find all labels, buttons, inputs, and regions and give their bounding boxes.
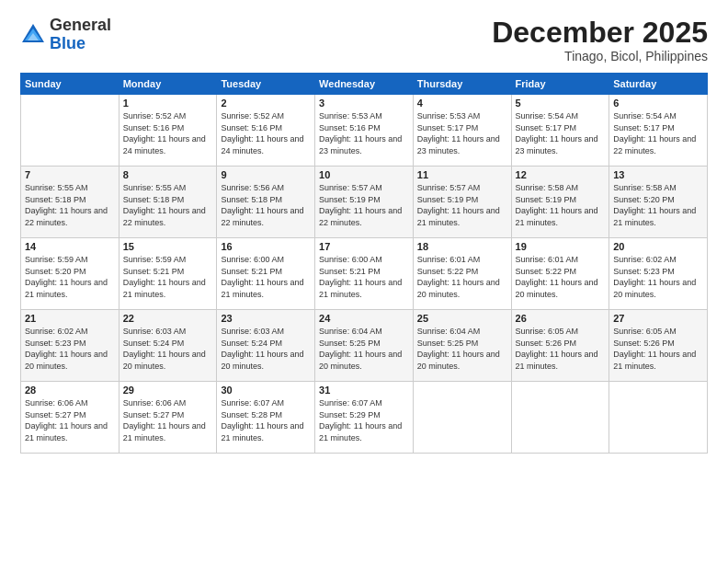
- table-row: 20Sunrise: 6:02 AM Sunset: 5:23 PM Dayli…: [609, 238, 708, 310]
- day-info: Sunrise: 5:53 AM Sunset: 5:17 PM Dayligh…: [417, 110, 507, 156]
- header: General Blue December 2025 Tinago, Bicol…: [20, 17, 708, 63]
- table-row: 8Sunrise: 5:55 AM Sunset: 5:18 PM Daylig…: [119, 167, 217, 238]
- logo: General Blue: [20, 17, 111, 53]
- day-number: 25: [417, 313, 507, 324]
- day-number: 15: [123, 241, 213, 252]
- day-info: Sunrise: 6:02 AM Sunset: 5:23 PM Dayligh…: [613, 254, 703, 300]
- col-friday: Friday: [511, 74, 609, 95]
- day-info: Sunrise: 6:04 AM Sunset: 5:25 PM Dayligh…: [417, 326, 507, 372]
- table-row: 29Sunrise: 6:06 AM Sunset: 5:27 PM Dayli…: [119, 382, 217, 454]
- day-info: Sunrise: 6:00 AM Sunset: 5:21 PM Dayligh…: [221, 254, 311, 300]
- table-row: 6Sunrise: 5:54 AM Sunset: 5:17 PM Daylig…: [609, 95, 708, 167]
- day-number: 31: [319, 385, 409, 396]
- day-number: 22: [123, 313, 213, 324]
- table-row: 14Sunrise: 5:59 AM Sunset: 5:20 PM Dayli…: [21, 238, 119, 310]
- table-row: 16Sunrise: 6:00 AM Sunset: 5:21 PM Dayli…: [217, 238, 315, 310]
- day-info: Sunrise: 6:06 AM Sunset: 5:27 PM Dayligh…: [25, 397, 115, 443]
- day-info: Sunrise: 6:03 AM Sunset: 5:24 PM Dayligh…: [221, 326, 311, 372]
- table-row: [413, 382, 511, 454]
- day-number: 3: [319, 98, 409, 109]
- calendar-week-row: 1Sunrise: 5:52 AM Sunset: 5:16 PM Daylig…: [21, 95, 708, 167]
- location: Tinago, Bicol, Philippines: [492, 49, 708, 63]
- day-info: Sunrise: 5:59 AM Sunset: 5:21 PM Dayligh…: [123, 254, 213, 300]
- day-number: 1: [123, 98, 213, 109]
- calendar-week-row: 28Sunrise: 6:06 AM Sunset: 5:27 PM Dayli…: [21, 382, 708, 454]
- day-info: Sunrise: 6:03 AM Sunset: 5:24 PM Dayligh…: [123, 326, 213, 372]
- day-info: Sunrise: 6:01 AM Sunset: 5:22 PM Dayligh…: [417, 254, 507, 300]
- title-block: December 2025 Tinago, Bicol, Philippines: [492, 17, 708, 63]
- day-info: Sunrise: 6:05 AM Sunset: 5:26 PM Dayligh…: [516, 326, 606, 372]
- table-row: 17Sunrise: 6:00 AM Sunset: 5:21 PM Dayli…: [315, 238, 414, 310]
- calendar-week-row: 7Sunrise: 5:55 AM Sunset: 5:18 PM Daylig…: [21, 167, 708, 238]
- day-number: 5: [516, 98, 606, 109]
- table-row: 28Sunrise: 6:06 AM Sunset: 5:27 PM Dayli…: [21, 382, 119, 454]
- table-row: 23Sunrise: 6:03 AM Sunset: 5:24 PM Dayli…: [217, 310, 315, 382]
- day-number: 9: [221, 169, 311, 180]
- day-info: Sunrise: 5:52 AM Sunset: 5:16 PM Dayligh…: [221, 110, 311, 156]
- day-number: 12: [516, 169, 606, 180]
- table-row: 13Sunrise: 5:58 AM Sunset: 5:20 PM Dayli…: [609, 167, 708, 238]
- day-number: 19: [516, 241, 606, 252]
- calendar-week-row: 14Sunrise: 5:59 AM Sunset: 5:20 PM Dayli…: [21, 238, 708, 310]
- table-row: 1Sunrise: 5:52 AM Sunset: 5:16 PM Daylig…: [119, 95, 217, 167]
- day-number: 17: [319, 241, 409, 252]
- day-info: Sunrise: 5:54 AM Sunset: 5:17 PM Dayligh…: [516, 110, 606, 156]
- table-row: 31Sunrise: 6:07 AM Sunset: 5:29 PM Dayli…: [315, 382, 414, 454]
- day-info: Sunrise: 6:00 AM Sunset: 5:21 PM Dayligh…: [319, 254, 409, 300]
- day-number: 2: [221, 98, 311, 109]
- day-number: 14: [25, 241, 115, 252]
- col-saturday: Saturday: [609, 74, 708, 95]
- day-info: Sunrise: 5:54 AM Sunset: 5:17 PM Dayligh…: [613, 110, 703, 156]
- logo-blue-text: Blue: [50, 34, 85, 52]
- day-info: Sunrise: 6:02 AM Sunset: 5:23 PM Dayligh…: [25, 326, 115, 372]
- day-info: Sunrise: 6:05 AM Sunset: 5:26 PM Dayligh…: [613, 326, 703, 372]
- day-number: 4: [417, 98, 507, 109]
- logo-icon: [20, 22, 46, 48]
- day-number: 18: [417, 241, 507, 252]
- day-info: Sunrise: 6:04 AM Sunset: 5:25 PM Dayligh…: [319, 326, 409, 372]
- table-row: 15Sunrise: 5:59 AM Sunset: 5:21 PM Dayli…: [119, 238, 217, 310]
- table-row: 12Sunrise: 5:58 AM Sunset: 5:19 PM Dayli…: [511, 167, 609, 238]
- calendar-week-row: 21Sunrise: 6:02 AM Sunset: 5:23 PM Dayli…: [21, 310, 708, 382]
- col-sunday: Sunday: [21, 74, 119, 95]
- day-number: 11: [417, 169, 507, 180]
- table-row: [609, 382, 708, 454]
- calendar-table: Sunday Monday Tuesday Wednesday Thursday…: [20, 73, 708, 454]
- day-number: 16: [221, 241, 311, 252]
- table-row: 5Sunrise: 5:54 AM Sunset: 5:17 PM Daylig…: [511, 95, 609, 167]
- day-number: 8: [123, 169, 213, 180]
- table-row: [21, 95, 119, 167]
- table-row: 3Sunrise: 5:53 AM Sunset: 5:16 PM Daylig…: [315, 95, 414, 167]
- day-number: 20: [613, 241, 703, 252]
- day-number: 23: [221, 313, 311, 324]
- day-number: 26: [516, 313, 606, 324]
- table-row: 2Sunrise: 5:52 AM Sunset: 5:16 PM Daylig…: [217, 95, 315, 167]
- day-info: Sunrise: 5:55 AM Sunset: 5:18 PM Dayligh…: [25, 182, 115, 228]
- table-row: [511, 382, 609, 454]
- day-number: 10: [319, 169, 409, 180]
- day-info: Sunrise: 5:55 AM Sunset: 5:18 PM Dayligh…: [123, 182, 213, 228]
- calendar-header-row: Sunday Monday Tuesday Wednesday Thursday…: [21, 74, 708, 95]
- table-row: 10Sunrise: 5:57 AM Sunset: 5:19 PM Dayli…: [315, 167, 414, 238]
- table-row: 11Sunrise: 5:57 AM Sunset: 5:19 PM Dayli…: [413, 167, 511, 238]
- day-info: Sunrise: 5:53 AM Sunset: 5:16 PM Dayligh…: [319, 110, 409, 156]
- table-row: 21Sunrise: 6:02 AM Sunset: 5:23 PM Dayli…: [21, 310, 119, 382]
- day-info: Sunrise: 5:59 AM Sunset: 5:20 PM Dayligh…: [25, 254, 115, 300]
- day-number: 29: [123, 385, 213, 396]
- day-info: Sunrise: 5:58 AM Sunset: 5:20 PM Dayligh…: [613, 182, 703, 228]
- day-number: 27: [613, 313, 703, 324]
- day-info: Sunrise: 5:58 AM Sunset: 5:19 PM Dayligh…: [516, 182, 606, 228]
- logo-general-text: General: [50, 16, 111, 34]
- day-info: Sunrise: 5:57 AM Sunset: 5:19 PM Dayligh…: [417, 182, 507, 228]
- table-row: 30Sunrise: 6:07 AM Sunset: 5:28 PM Dayli…: [217, 382, 315, 454]
- table-row: 18Sunrise: 6:01 AM Sunset: 5:22 PM Dayli…: [413, 238, 511, 310]
- table-row: 7Sunrise: 5:55 AM Sunset: 5:18 PM Daylig…: [21, 167, 119, 238]
- table-row: 26Sunrise: 6:05 AM Sunset: 5:26 PM Dayli…: [511, 310, 609, 382]
- day-info: Sunrise: 5:57 AM Sunset: 5:19 PM Dayligh…: [319, 182, 409, 228]
- table-row: 19Sunrise: 6:01 AM Sunset: 5:22 PM Dayli…: [511, 238, 609, 310]
- col-tuesday: Tuesday: [217, 74, 315, 95]
- day-number: 28: [25, 385, 115, 396]
- day-info: Sunrise: 6:07 AM Sunset: 5:28 PM Dayligh…: [221, 397, 311, 443]
- day-info: Sunrise: 6:01 AM Sunset: 5:22 PM Dayligh…: [516, 254, 606, 300]
- table-row: 4Sunrise: 5:53 AM Sunset: 5:17 PM Daylig…: [413, 95, 511, 167]
